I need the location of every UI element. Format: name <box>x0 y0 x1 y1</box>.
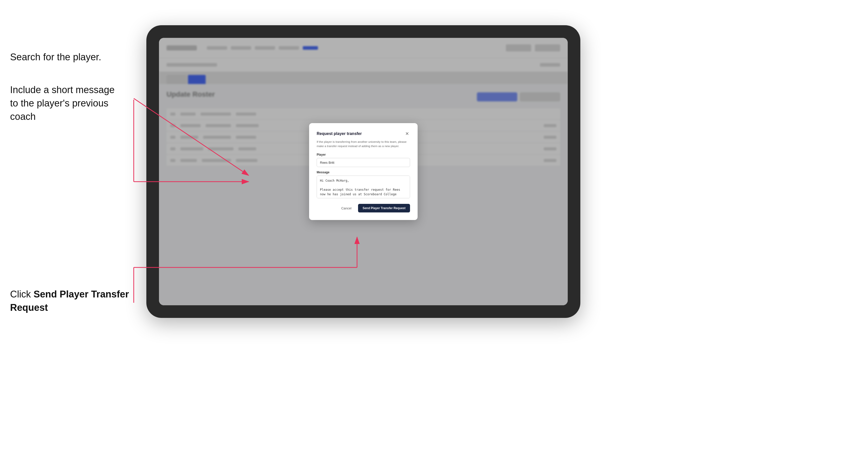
annotation-click-bold: Send Player Transfer Request <box>10 289 129 313</box>
modal-close-button[interactable]: ✕ <box>404 131 410 137</box>
player-input[interactable] <box>317 158 410 167</box>
transfer-request-modal: Request player transfer ✕ If the player … <box>309 123 417 220</box>
annotation-search: Search for the player. <box>10 51 101 64</box>
cancel-button[interactable]: Cancel <box>338 205 355 212</box>
annotation-message: Include a short messageto the player's p… <box>10 83 115 124</box>
modal-footer: Cancel Send Player Transfer Request <box>317 204 410 212</box>
modal-header: Request player transfer ✕ <box>317 131 410 137</box>
message-label: Message <box>317 170 410 174</box>
player-label: Player <box>317 153 410 156</box>
modal-overlay: Request player transfer ✕ If the player … <box>159 38 568 305</box>
annotation-click: Click Send Player Transfer Request <box>10 288 156 314</box>
tablet-screen: Update Roster <box>159 38 568 305</box>
tablet-device: Update Roster <box>146 25 580 318</box>
send-transfer-request-button[interactable]: Send Player Transfer Request <box>358 204 410 212</box>
modal-title: Request player transfer <box>317 131 362 136</box>
message-textarea[interactable]: Hi Coach McHarg, Please accept this tran… <box>317 176 410 198</box>
modal-description: If the player is transferring from anoth… <box>317 140 410 149</box>
